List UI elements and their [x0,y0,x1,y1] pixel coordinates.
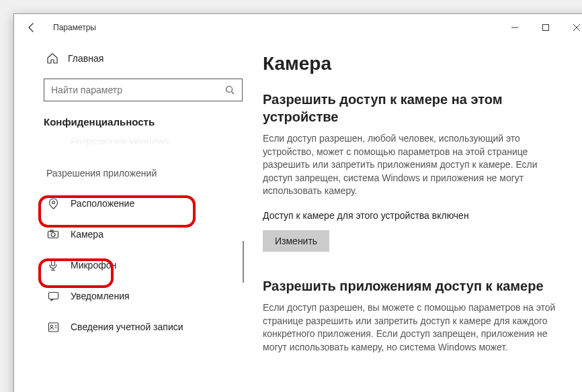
home-icon [46,52,58,64]
svg-rect-13 [48,292,58,299]
svg-line-5 [232,91,235,94]
svg-point-4 [226,86,233,92]
back-button[interactable] [22,18,41,37]
search-input[interactable] [44,79,243,101]
sidebar-item-label: Расположение [71,198,134,209]
camera-access-status: Доступ к камере для этого устройства вкл… [263,210,575,221]
location-icon [46,198,60,209]
maximize-button[interactable] [530,17,561,38]
sidebar-item-camera[interactable]: Камера [14,219,243,250]
minimize-button[interactable] [499,17,530,38]
sidebar-category: Конфиденциальность [14,107,243,130]
window-controls [499,17,582,38]
search-field[interactable] [51,85,225,95]
sidebar-item-label: Уведомления [71,291,130,301]
sidebar-item-notifications[interactable]: Уведомления [14,281,243,311]
section-description: Если доступ разрешен, любой человек, исп… [263,132,558,198]
svg-rect-10 [52,260,55,266]
window-body: Главная Конфиденциальность Разрешения Wi… [14,41,582,392]
sidebar-item-microphone[interactable]: Микрофон [14,250,243,281]
account-icon [46,322,60,333]
notifications-icon [46,291,60,302]
change-button[interactable]: Изменить [263,230,329,252]
sidebar-item-label: Сведения учетной записи [71,322,183,332]
sidebar-item-home[interactable]: Главная [14,45,243,72]
sidebar-item-label: Разрешения Windows [71,136,169,146]
microphone-icon [46,259,60,271]
sidebar-item-label: Микрофон [71,260,116,271]
close-button[interactable] [561,17,582,38]
section-heading: Разрешить приложениям доступ к камере [263,277,575,295]
sidebar-item-label: Камера [71,229,103,240]
section-heading: Разрешить доступ к камере на этом устрой… [263,91,575,126]
svg-point-8 [51,233,55,237]
scroll-indicator [243,241,244,283]
svg-point-15 [50,325,53,328]
titlebar: Параметры [14,14,582,41]
search-icon [225,85,235,95]
svg-rect-1 [543,25,549,31]
settings-window: Параметры Главная [13,13,582,392]
sidebar-item-label: Главная [68,53,103,64]
svg-point-6 [52,201,54,203]
sidebar-section-label: Разрешения приложений [46,168,157,179]
section-description: Если доступ разрешен, вы можете с помощь… [263,301,558,354]
sidebar-section-app-permissions: Разрешения приложений [14,158,243,188]
search-container [14,72,243,107]
sidebar-item-location[interactable]: Расположение [14,188,243,219]
page-title: Камера [263,53,575,75]
sidebar: Главная Конфиденциальность Разрешения Wi… [14,41,243,392]
sidebar-nav: Разрешения Windows Разрешения приложений… [14,133,243,342]
camera-icon [46,228,60,240]
sidebar-item-account-info[interactable]: Сведения учетной записи [14,311,243,342]
window-title: Параметры [53,23,499,32]
content-pane: Камера Разрешить доступ к камере на этом… [243,41,582,392]
sidebar-item-windows-permissions[interactable]: Разрешения Windows [14,133,243,149]
